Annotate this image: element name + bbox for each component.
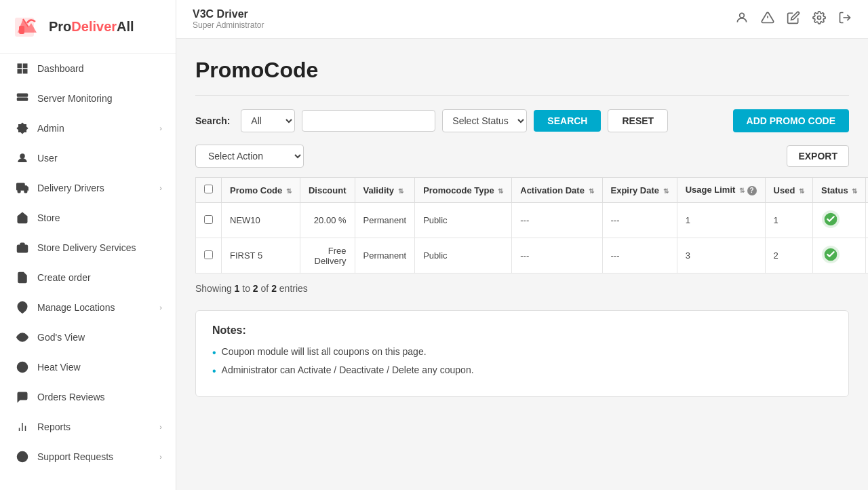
table-header: Promo Code ⇅ Discount Validity ⇅ Promoco… <box>196 178 869 203</box>
reset-button[interactable]: RESET <box>608 109 668 132</box>
search-button[interactable]: SEARCH <box>534 110 601 132</box>
svg-point-13 <box>18 190 20 193</box>
page-title: PromoCode <box>195 58 849 83</box>
sidebar-label-user: User <box>37 153 162 164</box>
select-all-checkbox[interactable] <box>204 185 213 193</box>
promo-code-table: Promo Code ⇅ Discount Validity ⇅ Promoco… <box>195 177 868 274</box>
table-row: NEW10 20.00 % Permanent Public --- --- 1… <box>196 203 869 238</box>
dashboard-icon <box>16 62 29 75</box>
sidebar-item-server-monitoring[interactable]: Server Monitoring <box>0 83 176 113</box>
sidebar-item-orders-reviews[interactable]: Orders Reviews <box>0 382 176 412</box>
svg-rect-7 <box>18 98 28 100</box>
sidebar-item-gods-view[interactable]: God's View <box>0 322 176 352</box>
driver-name: V3C Driver <box>193 8 264 20</box>
search-input[interactable] <box>302 110 435 132</box>
power-icon[interactable] <box>838 11 852 28</box>
edit-icon[interactable] <box>787 11 800 28</box>
sort-usage-icon[interactable]: ⇅ <box>739 187 745 194</box>
row-status <box>812 238 865 274</box>
status-select[interactable]: Select Status Active Inactive <box>442 109 527 132</box>
user-icon[interactable] <box>735 11 749 28</box>
sort-used-icon[interactable]: ⇅ <box>799 187 804 195</box>
sort-type-icon[interactable]: ⇅ <box>498 187 503 195</box>
logo-pro: Pro <box>49 19 71 34</box>
row-promocode-type: Public <box>415 203 512 238</box>
sidebar-item-manage-locations[interactable]: Manage Locations › <box>0 293 176 322</box>
store-icon <box>16 211 29 225</box>
header-activation-date: Activation Date ⇅ <box>512 178 602 203</box>
sidebar-item-store[interactable]: Store <box>0 203 176 233</box>
svg-rect-2 <box>18 64 21 67</box>
svg-rect-12 <box>17 183 24 190</box>
action-select[interactable]: Select Action Activate Deactivate Delete <box>195 145 304 168</box>
sidebar-label-orders-reviews: Orders Reviews <box>37 392 162 402</box>
sidebar-item-delivery-drivers[interactable]: Delivery Drivers › <box>0 173 176 203</box>
sidebar-item-dashboard[interactable]: Dashboard <box>0 54 176 83</box>
sort-status-icon[interactable]: ⇅ <box>852 187 857 195</box>
svg-rect-3 <box>24 64 27 67</box>
gods-view-icon <box>16 331 29 344</box>
sidebar-item-user[interactable]: User <box>0 143 176 173</box>
store-delivery-services-icon <box>16 241 29 255</box>
showing-entries: Showing 1 to 2 of 2 entries <box>195 283 849 294</box>
header-status: Status ⇅ <box>812 178 865 203</box>
row-promocode-type: Public <box>415 238 512 274</box>
status-active-icon[interactable] <box>821 245 840 264</box>
admin-icon <box>16 121 29 135</box>
status-active-icon[interactable] <box>821 210 840 229</box>
svg-rect-4 <box>18 70 21 73</box>
sort-validity-icon[interactable]: ⇅ <box>398 187 403 195</box>
chevron-admin-icon: › <box>159 124 162 132</box>
nav-items-container: Dashboard Server Monitoring Admin › User… <box>0 54 176 472</box>
svg-point-10 <box>21 127 24 130</box>
sidebar: ProDeliverAll Dashboard Server Monitorin… <box>0 0 176 490</box>
sort-expiry-icon[interactable]: ⇅ <box>663 187 669 195</box>
row-promo-code: NEW10 <box>222 203 300 238</box>
row-checkbox-cell <box>196 238 222 274</box>
sidebar-label-create-order: Create order <box>37 272 162 283</box>
svg-rect-5 <box>24 70 27 73</box>
export-button[interactable]: EXPORT <box>787 145 849 167</box>
header-promocode-type: Promocode Type ⇅ <box>415 178 512 203</box>
row-checkbox-1[interactable] <box>204 250 213 259</box>
sidebar-item-create-order[interactable]: Create order <box>0 263 176 293</box>
sort-activation-icon[interactable]: ⇅ <box>589 187 594 195</box>
header-checkbox <box>196 178 222 203</box>
sidebar-item-support-requests[interactable]: Support Requests › <box>0 442 176 472</box>
sidebar-label-store: Store <box>37 212 162 223</box>
sidebar-label-support-requests: Support Requests <box>37 451 159 462</box>
sidebar-item-store-delivery-services[interactable]: Store Delivery Services <box>0 233 176 263</box>
manage-locations-icon <box>16 301 29 314</box>
logo-all: All <box>117 19 134 34</box>
row-status <box>812 203 865 238</box>
chevron-manage-locations-icon: › <box>159 303 162 312</box>
row-checkbox-0[interactable] <box>204 215 213 224</box>
heat-view-icon <box>16 360 29 374</box>
topbar: V3C Driver Super Administrator <box>176 0 868 39</box>
settings-icon[interactable] <box>812 11 826 28</box>
sidebar-label-heat-view: Heat View <box>37 362 162 373</box>
row-activation-date: --- <box>512 203 602 238</box>
server-monitoring-icon <box>16 92 29 105</box>
add-promo-code-button[interactable]: ADD PROMO CODE <box>733 109 849 132</box>
sidebar-label-store-delivery-services: Store Delivery Services <box>37 242 162 253</box>
sidebar-item-reports[interactable]: Reports › <box>0 412 176 442</box>
sidebar-label-gods-view: God's View <box>37 332 162 343</box>
sort-promo-code-icon[interactable]: ⇅ <box>286 187 292 195</box>
row-usage-limit: 3 <box>677 238 765 274</box>
sidebar-item-admin[interactable]: Admin › <box>0 113 176 143</box>
sidebar-label-dashboard: Dashboard <box>37 63 162 74</box>
row-validity: Permanent <box>355 203 415 238</box>
usage-help-icon[interactable]: ? <box>747 186 757 195</box>
svg-point-19 <box>21 336 24 339</box>
bullet-icon: • <box>212 364 216 377</box>
sidebar-item-heat-view[interactable]: Heat View <box>0 352 176 382</box>
alert-icon[interactable] <box>761 11 774 28</box>
row-expiry-date: --- <box>602 203 677 238</box>
row-used: 1 <box>765 203 812 238</box>
sidebar-label-reports: Reports <box>37 421 159 432</box>
table-body: NEW10 20.00 % Permanent Public --- --- 1… <box>196 203 869 274</box>
search-type-select[interactable]: All <box>241 109 295 132</box>
notes-item: •Administrator can Activate / Deactivate… <box>212 364 832 377</box>
header-expiry-date: Expiry Date ⇅ <box>602 178 677 203</box>
